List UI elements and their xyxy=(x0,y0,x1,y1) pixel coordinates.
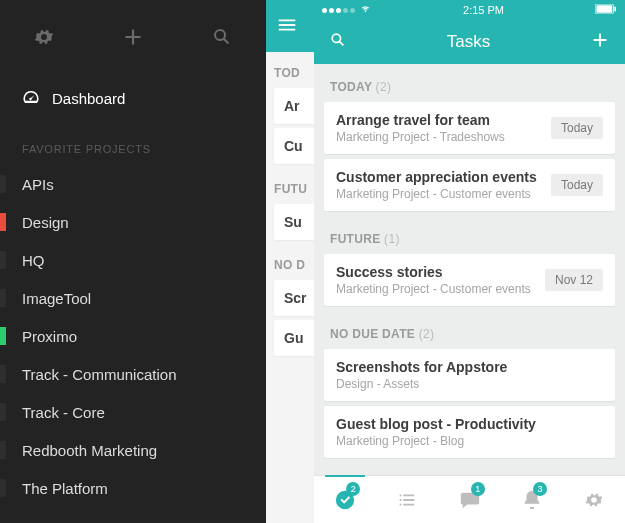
tab-notifications[interactable]: 3 xyxy=(501,476,563,523)
obscured-phone-peek: TODArCuFUTUSuNO DScrGu xyxy=(266,0,314,523)
project-label: ImageTool xyxy=(22,290,266,307)
tab-list[interactable] xyxy=(376,476,438,523)
task-subtitle: Marketing Project - Tradeshows xyxy=(336,130,541,144)
signal-dots-icon xyxy=(322,8,355,13)
sidebar-project-item[interactable]: HQ xyxy=(0,241,266,279)
sidebar-project-item[interactable]: Track - Core xyxy=(0,393,266,431)
project-label: Design xyxy=(22,214,266,231)
peek-card: Scr xyxy=(274,280,314,316)
task-card[interactable]: Success storiesMarketing Project - Custo… xyxy=(324,254,615,306)
tab-badge: 3 xyxy=(533,482,547,496)
sidebar-project-item[interactable]: The Platform xyxy=(0,469,266,507)
sidebar-project-item[interactable]: Design xyxy=(0,203,266,241)
sidebar-project-item[interactable]: Proximo xyxy=(0,317,266,355)
sidebar-project-item[interactable]: Redbooth Marketing xyxy=(0,431,266,469)
sidebar-project-item[interactable]: Track - Communication xyxy=(0,355,266,393)
plus-icon[interactable] xyxy=(589,29,611,55)
project-color-marker xyxy=(0,175,6,193)
project-label: Proximo xyxy=(22,328,266,345)
favorite-projects-heading: FAVORITE PROJECTS xyxy=(0,119,266,165)
task-main: Guest blog post - ProductivityMarketing … xyxy=(336,416,603,448)
svg-rect-2 xyxy=(614,7,616,12)
task-subtitle: Marketing Project - Customer events xyxy=(336,282,535,296)
project-color-marker xyxy=(0,479,6,497)
sidebar-project-item[interactable]: ImageTool xyxy=(0,279,266,317)
peek-header xyxy=(266,0,314,52)
project-label: Track - Core xyxy=(22,404,266,421)
project-color-marker xyxy=(0,403,6,421)
task-due-badge: Today xyxy=(551,117,603,139)
page-title: Tasks xyxy=(447,32,490,52)
peek-section-head: NO D xyxy=(266,244,314,280)
phone-tasks-screen: 2:15 PM Tasks TODAY (2)Arrange travel fo… xyxy=(314,0,625,523)
tab-tasks[interactable]: 2 xyxy=(314,476,376,523)
task-subtitle: Marketing Project - Blog xyxy=(336,434,603,448)
nav-header: Tasks xyxy=(314,20,625,64)
task-card[interactable]: Customer appreciation eventsMarketing Pr… xyxy=(324,159,615,211)
tab-settings[interactable] xyxy=(563,476,625,523)
task-title: Success stories xyxy=(336,264,535,280)
tab-bar: 2 1 3 xyxy=(314,475,625,523)
sidebar-drawer: Dashboard FAVORITE PROJECTS APIsDesignHQ… xyxy=(0,0,266,523)
gear-icon[interactable] xyxy=(32,25,56,53)
gauge-icon xyxy=(22,88,40,109)
task-subtitle: Marketing Project - Customer events xyxy=(336,187,541,201)
sidebar-project-item[interactable]: APIs xyxy=(0,165,266,203)
project-color-marker xyxy=(0,327,6,345)
sidebar-action-row xyxy=(0,0,266,78)
project-label: The Platform xyxy=(22,480,266,497)
peek-card: Su xyxy=(274,204,314,240)
peek-card: Gu xyxy=(274,320,314,356)
peek-section-head: TOD xyxy=(266,52,314,88)
task-due-badge: Today xyxy=(551,174,603,196)
task-main: Success storiesMarketing Project - Custo… xyxy=(336,264,535,296)
task-card[interactable]: Screenshots for AppstoreDesign - Assets xyxy=(324,349,615,401)
task-list[interactable]: TODAY (2)Arrange travel for teamMarketin… xyxy=(314,64,625,523)
project-label: Track - Communication xyxy=(22,366,266,383)
project-color-marker xyxy=(0,365,6,383)
tab-chat[interactable]: 1 xyxy=(438,476,500,523)
task-title: Arrange travel for team xyxy=(336,112,541,128)
battery-icon xyxy=(595,4,617,16)
tab-badge: 1 xyxy=(471,482,485,496)
wifi-icon xyxy=(359,4,372,16)
task-card[interactable]: Arrange travel for teamMarketing Project… xyxy=(324,102,615,154)
status-bar: 2:15 PM xyxy=(314,0,625,20)
plus-icon[interactable] xyxy=(120,24,146,54)
task-title: Customer appreciation events xyxy=(336,169,541,185)
peek-section-head: FUTU xyxy=(266,168,314,204)
status-time: 2:15 PM xyxy=(463,4,504,16)
task-card[interactable]: Guest blog post - ProductivityMarketing … xyxy=(324,406,615,458)
project-color-marker xyxy=(0,251,6,269)
peek-card: Ar xyxy=(274,88,314,124)
task-title: Screenshots for Appstore xyxy=(336,359,603,375)
svg-rect-1 xyxy=(596,5,612,13)
project-color-marker xyxy=(0,213,6,231)
peek-card: Cu xyxy=(274,128,314,164)
task-due-badge: Nov 12 xyxy=(545,269,603,291)
search-icon[interactable] xyxy=(328,30,348,54)
hamburger-icon[interactable] xyxy=(276,14,298,39)
task-title: Guest blog post - Productivity xyxy=(336,416,603,432)
task-main: Customer appreciation eventsMarketing Pr… xyxy=(336,169,541,201)
project-color-marker xyxy=(0,289,6,307)
dashboard-label: Dashboard xyxy=(52,90,125,107)
task-subtitle: Design - Assets xyxy=(336,377,603,391)
favorite-projects-list: APIsDesignHQImageToolProximoTrack - Comm… xyxy=(0,165,266,507)
project-label: APIs xyxy=(22,176,266,193)
task-main: Arrange travel for teamMarketing Project… xyxy=(336,112,541,144)
task-main: Screenshots for AppstoreDesign - Assets xyxy=(336,359,603,391)
search-icon[interactable] xyxy=(210,25,234,53)
project-label: HQ xyxy=(22,252,266,269)
project-color-marker xyxy=(0,441,6,459)
task-group-header: TODAY (2) xyxy=(314,64,625,102)
task-group-header: NO DUE DATE (2) xyxy=(314,311,625,349)
sidebar-item-dashboard[interactable]: Dashboard xyxy=(0,78,266,119)
project-label: Redbooth Marketing xyxy=(22,442,266,459)
task-group-header: FUTURE (1) xyxy=(314,216,625,254)
tab-badge: 2 xyxy=(346,482,360,496)
